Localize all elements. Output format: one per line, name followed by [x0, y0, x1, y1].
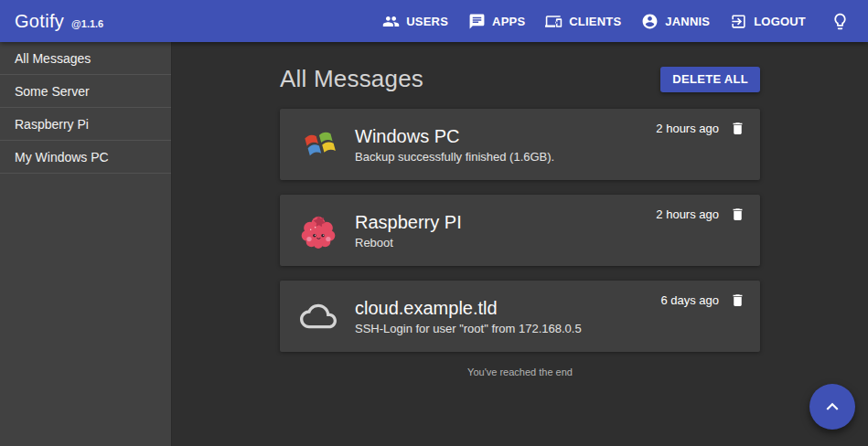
page-body: All Messages Some Server Raspberry Pi My…	[0, 42, 868, 446]
message-body: Backup successfully finished (1.6GB).	[355, 150, 554, 164]
cloud-logo-icon	[300, 298, 337, 334]
message-timestamp: 2 hours ago	[656, 207, 719, 221]
delete-message-button[interactable]	[730, 207, 745, 222]
nav-users-button[interactable]: USERS	[372, 5, 458, 37]
nav-apps-button[interactable]: APPS	[458, 5, 535, 37]
message-card-windows-pc: Windows PC Backup successfully finished …	[280, 109, 760, 180]
account-circle-icon	[641, 13, 659, 30]
app-title: Gotify	[15, 11, 64, 32]
message-card-raspberry-pi: Raspberry PI Reboot 2 hours ago	[280, 195, 760, 266]
app-version: @1.1.6	[71, 18, 103, 29]
message-timestamp: 6 days ago	[660, 293, 719, 307]
nav-apps-label: APPS	[492, 15, 525, 28]
nav-users-label: USERS	[406, 15, 448, 28]
scroll-to-top-button[interactable]	[809, 384, 855, 430]
devices-icon	[545, 13, 563, 30]
app-bar: Gotify @1.1.6 USERS APPS CLIENTS	[0, 0, 868, 42]
message-body: SSH-Login for user "root" from 172.168.0…	[355, 322, 582, 335]
sidebar-item-label: Some Server	[15, 84, 90, 99]
nav-user-label: JANNIS	[665, 15, 710, 28]
raspberry-logo-icon	[300, 212, 337, 249]
chat-icon	[468, 13, 486, 30]
app-bar-nav: USERS APPS CLIENTS JANNIS	[372, 5, 855, 37]
page-header: All Messages DELETE ALL	[280, 65, 760, 93]
logout-icon	[730, 13, 747, 30]
message-title: cloud.example.tld	[355, 297, 582, 319]
nav-logout-button[interactable]: LOGOUT	[720, 5, 816, 37]
sidebar-item-raspberry-pi[interactable]: Raspberry Pi	[0, 108, 171, 141]
gotify-app: Gotify @1.1.6 USERS APPS CLIENTS	[0, 0, 868, 446]
message-card-cloud: cloud.example.tld SSH-Login for user "ro…	[280, 281, 760, 352]
trash-icon	[730, 207, 745, 222]
message-timestamp: 2 hours ago	[656, 122, 719, 135]
sidebar: All Messages Some Server Raspberry Pi My…	[0, 42, 172, 446]
nav-clients-label: CLIENTS	[569, 15, 621, 28]
message-text-block: cloud.example.tld SSH-Login for user "ro…	[355, 297, 582, 335]
users-icon	[382, 13, 400, 30]
page-title: All Messages	[280, 65, 423, 93]
main-content: All Messages DELETE ALL	[172, 42, 868, 446]
chevron-up-icon	[820, 395, 844, 419]
windows-logo-icon	[300, 126, 337, 163]
message-body: Reboot	[355, 236, 462, 250]
message-text-block: Windows PC Backup successfully finished …	[355, 125, 554, 164]
nav-clients-button[interactable]: CLIENTS	[535, 5, 631, 37]
delete-all-button[interactable]: DELETE ALL	[660, 67, 760, 92]
nav-user-button[interactable]: JANNIS	[631, 5, 720, 37]
brand: Gotify @1.1.6	[15, 11, 103, 32]
trash-icon	[730, 292, 745, 308]
sidebar-item-label: All Messages	[15, 51, 91, 66]
sidebar-item-some-server[interactable]: Some Server	[0, 75, 171, 108]
message-text-block: Raspberry PI Reboot	[355, 211, 462, 250]
theme-toggle-button[interactable]	[825, 6, 855, 37]
delete-message-button[interactable]	[730, 292, 745, 308]
lightbulb-icon	[830, 12, 850, 31]
sidebar-item-label: My Windows PC	[15, 150, 109, 165]
delete-message-button[interactable]	[730, 121, 745, 136]
message-title: Raspberry PI	[355, 211, 462, 233]
message-meta: 6 days ago	[660, 281, 745, 308]
message-meta: 2 hours ago	[656, 109, 745, 136]
nav-logout-label: LOGOUT	[754, 15, 806, 28]
message-meta: 2 hours ago	[656, 195, 745, 222]
trash-icon	[730, 121, 745, 136]
end-of-list-text: You've reached the end	[280, 366, 760, 377]
sidebar-item-label: Raspberry Pi	[15, 117, 89, 132]
sidebar-item-all-messages[interactable]: All Messages	[0, 42, 171, 75]
message-title: Windows PC	[355, 125, 554, 147]
sidebar-item-my-windows-pc[interactable]: My Windows PC	[0, 141, 171, 174]
